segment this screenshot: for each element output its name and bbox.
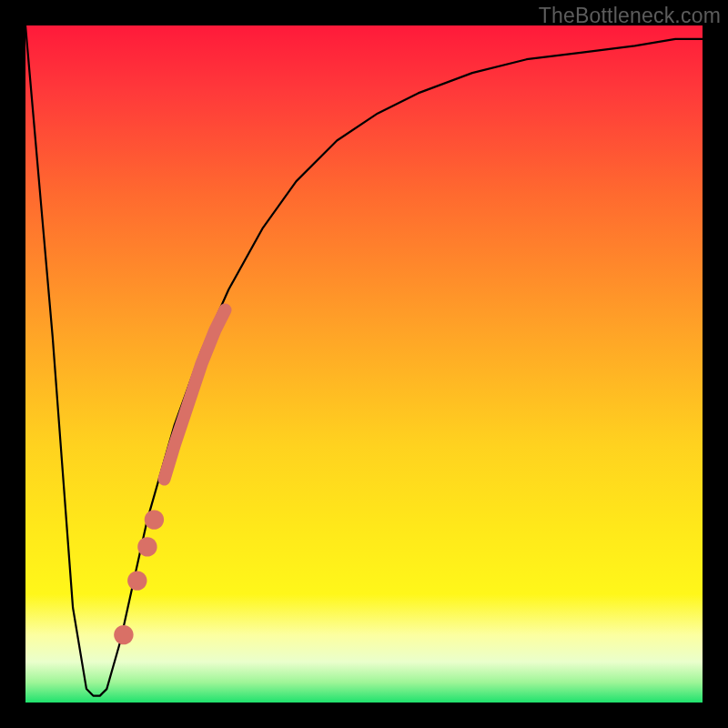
bottleneck-curve [25,25,703,696]
highlight-point [114,625,133,644]
highlight-points [114,510,164,644]
watermark-text: TheBottleneck.com [539,4,721,28]
highlight-point [127,571,147,590]
highlight-point [137,537,157,556]
highlight-point [145,510,164,529]
plot-frame [25,25,703,703]
highlight-segment [165,310,226,480]
plot-svg [25,25,703,703]
